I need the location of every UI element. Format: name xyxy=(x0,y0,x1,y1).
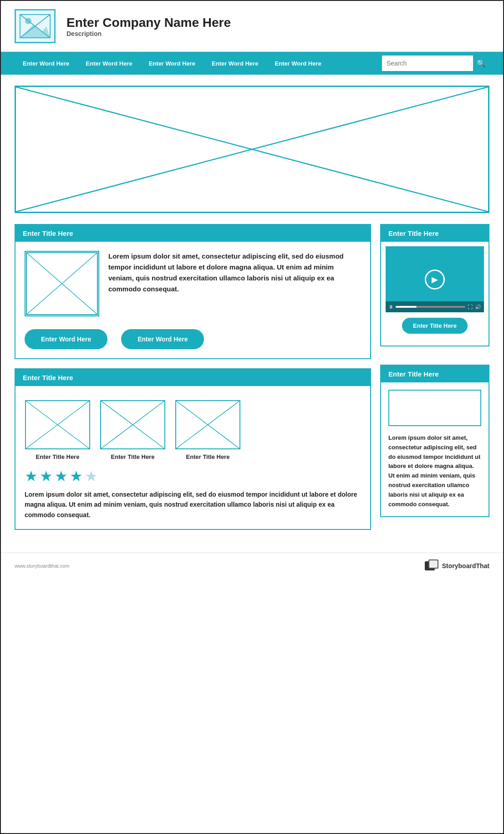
section1-btn-row: Enter Word Here Enter Word Here xyxy=(25,329,361,349)
video-controls: ⏸ ⛶ 🔊 xyxy=(386,301,484,312)
nav-item-5[interactable]: Enter Word Here xyxy=(266,52,329,75)
nav-item-4[interactable]: Enter Word Here xyxy=(204,52,266,75)
gallery-image-3 xyxy=(175,400,241,450)
info-card: Enter Title Here Lorem ipsum dolor sit a… xyxy=(380,365,489,517)
star-4: ★ xyxy=(70,468,83,485)
hero-image-placeholder xyxy=(16,87,488,212)
video-btn-row: Enter Title Here xyxy=(386,312,484,341)
footer-url: www.storyboardthat.com xyxy=(15,563,69,569)
star-1: ★ xyxy=(25,468,38,485)
stars-row: ★ ★ ★ ★ ★ xyxy=(25,468,361,485)
svg-rect-22 xyxy=(429,560,438,568)
company-logo xyxy=(15,9,56,43)
svg-point-3 xyxy=(25,18,31,24)
star-5: ★ xyxy=(85,468,98,485)
section-card-1: Enter Title Here Lorem ipsum dolor sit a… xyxy=(15,224,371,359)
section1-btn2[interactable]: Enter Word Here xyxy=(121,329,204,349)
gallery-label-1: Enter Title Here xyxy=(36,453,80,460)
gallery-row: Enter Title Here Enter Title Here xyxy=(25,400,361,460)
video-card-title: Enter Title Here xyxy=(381,225,489,242)
gallery-image-1 xyxy=(25,400,91,450)
logo-image-icon xyxy=(19,14,51,39)
info-image-placeholder xyxy=(388,390,481,426)
info-card-body: Lorem ipsum dolor sit amet, consectetur … xyxy=(381,382,489,516)
video-card-button[interactable]: Enter Title Here xyxy=(402,318,468,334)
navigation-bar: Enter Word Here Enter Word Here Enter Wo… xyxy=(1,52,503,75)
volume-icon: 🔊 xyxy=(475,304,481,310)
section2-title: Enter Title Here xyxy=(15,369,370,386)
gallery-image-2 xyxy=(100,400,166,450)
section1-image xyxy=(25,251,99,316)
storyboard-brand-name: StoryboardThat xyxy=(442,562,489,570)
video-progress-fill xyxy=(396,306,417,308)
company-description: Description xyxy=(66,30,231,37)
pause-icon: ⏸ xyxy=(388,304,393,310)
header-text-block: Enter Company Name Here Description xyxy=(66,15,231,37)
header: Enter Company Name Here Description xyxy=(1,1,503,52)
company-name: Enter Company Name Here xyxy=(66,15,231,30)
section1-btn1[interactable]: Enter Word Here xyxy=(25,329,107,349)
svg-marker-4 xyxy=(20,25,50,38)
left-column: Enter Title Here Lorem ipsum dolor sit a… xyxy=(15,224,371,539)
section2-body: Enter Title Here Enter Title Here xyxy=(15,386,370,529)
section-card-2: Enter Title Here Enter Title Here xyxy=(15,368,371,530)
content-row: Lorem ipsum dolor sit amet, consectetur … xyxy=(25,251,361,316)
section1-text: Lorem ipsum dolor sit amet, consectetur … xyxy=(108,251,361,295)
review-text: Lorem ipsum dolor sit amet, consectetur … xyxy=(25,489,361,520)
main-content: Enter Title Here Lorem ipsum dolor sit a… xyxy=(1,224,503,553)
gallery-label-3: Enter Title Here xyxy=(186,453,230,460)
fullscreen-icon: ⛶ xyxy=(468,304,473,310)
storyboard-logo: StoryboardThat xyxy=(425,559,489,572)
nav-item-3[interactable]: Enter Word Here xyxy=(141,52,204,75)
star-3: ★ xyxy=(55,468,68,485)
info-card-title: Enter Title Here xyxy=(381,366,489,382)
right-column: Enter Title Here ▶ ⏸ ⛶ 🔊 Enter Title Her… xyxy=(380,224,489,539)
video-thumbnail[interactable]: ▶ ⏸ ⛶ 🔊 xyxy=(386,246,484,312)
hero-banner xyxy=(15,86,489,213)
play-button-icon[interactable]: ▶ xyxy=(425,270,445,290)
gallery-label-2: Enter Title Here xyxy=(111,453,155,460)
search-input[interactable] xyxy=(382,56,473,71)
video-card-body: ▶ ⏸ ⛶ 🔊 Enter Title Here xyxy=(381,242,489,346)
section1-title: Enter Title Here xyxy=(15,225,370,242)
gallery-item-1: Enter Title Here xyxy=(25,400,91,460)
nav-item-2[interactable]: Enter Word Here xyxy=(77,52,140,75)
search-button[interactable]: 🔍 xyxy=(473,56,489,71)
section1-body: Lorem ipsum dolor sit amet, consectetur … xyxy=(15,242,370,358)
storyboard-logo-icon xyxy=(425,559,439,572)
video-card: Enter Title Here ▶ ⏸ ⛶ 🔊 Enter Title Her… xyxy=(380,224,489,346)
gallery-item-3: Enter Title Here xyxy=(175,400,241,460)
nav-items-list: Enter Word Here Enter Word Here Enter Wo… xyxy=(15,52,382,75)
search-box: 🔍 xyxy=(382,56,489,71)
page-footer: www.storyboardthat.com StoryboardThat xyxy=(1,553,503,579)
gallery-item-2: Enter Title Here xyxy=(100,400,166,460)
video-progress-bar xyxy=(396,306,465,308)
star-2: ★ xyxy=(40,468,53,485)
nav-item-1[interactable]: Enter Word Here xyxy=(15,52,77,75)
info-card-text: Lorem ipsum dolor sit amet, consectetur … xyxy=(388,433,481,509)
